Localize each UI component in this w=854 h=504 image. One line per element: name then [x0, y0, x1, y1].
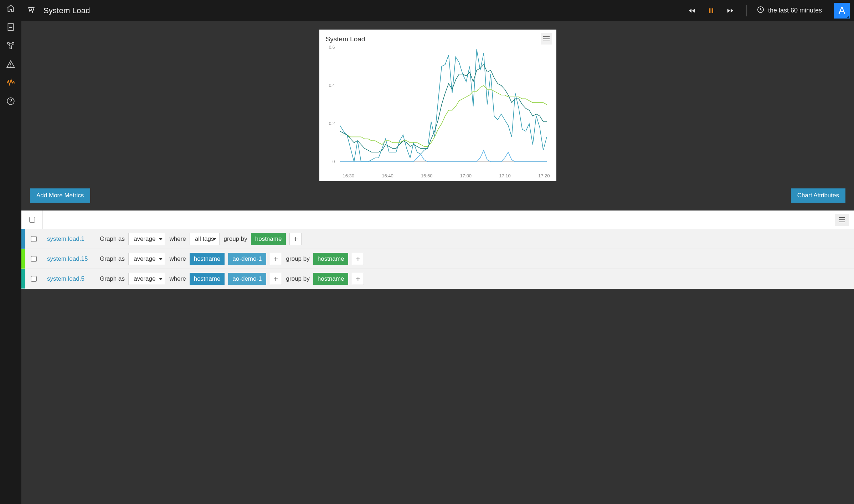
add-group-by-button[interactable]: +	[289, 233, 302, 245]
filter-tag-value[interactable]: ao-demo-1	[228, 253, 266, 265]
x-tick: 16:50	[421, 173, 433, 178]
x-tick: 16:40	[382, 173, 393, 178]
metric-row: system.load.5 Graph as average where hos…	[21, 269, 854, 289]
series-color-stripe	[21, 269, 25, 289]
chart-attributes-button[interactable]: Chart Attributes	[791, 188, 845, 203]
filter-tag-key[interactable]: hostname	[190, 253, 225, 265]
metrics-menu-button[interactable]	[835, 214, 849, 226]
metric-row: system.load.1 Graph as average where all…	[21, 229, 854, 249]
x-tick: 16:30	[343, 173, 355, 178]
chart-type-icon	[26, 6, 36, 16]
select-all-checkbox[interactable]	[29, 217, 35, 223]
group-by-label: group by	[224, 235, 247, 243]
x-tick: 17:00	[460, 173, 472, 178]
clock-icon	[757, 6, 765, 15]
group-by-tag[interactable]: hostname	[313, 273, 349, 285]
metric-name-link[interactable]: system.load.15	[47, 255, 88, 262]
nav-nodes-icon[interactable]	[6, 41, 16, 51]
add-filter-button[interactable]: +	[270, 253, 282, 265]
metrics-list: system.load.1 Graph as average where all…	[21, 211, 854, 289]
metric-name-link[interactable]: system.load.1	[47, 235, 84, 242]
aggregate-select[interactable]: average	[128, 273, 165, 285]
graph-as-label: Graph as	[100, 275, 125, 282]
where-label: where	[169, 235, 186, 243]
nav-document-icon[interactable]	[6, 22, 16, 32]
graph-as-label: Graph as	[100, 255, 125, 263]
metric-name-link[interactable]: system.load.5	[47, 275, 84, 282]
rewind-button[interactable]	[686, 5, 698, 17]
svg-rect-5	[709, 8, 710, 13]
chart-card: System Load 00.20.40.6 16:3016:4016:5017…	[319, 30, 556, 181]
y-tick: 0.4	[329, 83, 335, 88]
series-color-stripe	[21, 229, 25, 249]
metric-row-checkbox[interactable]	[31, 276, 37, 282]
time-range-selector[interactable]: the last 60 minutes	[757, 6, 822, 15]
avatar-initial: A	[838, 5, 845, 17]
nav-home-icon[interactable]	[6, 4, 16, 14]
group-by-label: group by	[286, 275, 310, 282]
pause-button[interactable]	[705, 5, 717, 17]
svg-rect-0	[8, 24, 13, 31]
add-more-metrics-button[interactable]: Add More Metrics	[30, 188, 90, 203]
add-group-by-button[interactable]: +	[352, 253, 364, 265]
nav-help-icon[interactable]	[6, 96, 16, 106]
aggregate-select[interactable]: average	[128, 233, 165, 245]
metric-row-checkbox[interactable]	[31, 236, 37, 242]
user-avatar[interactable]: A	[834, 3, 850, 19]
add-filter-button[interactable]: +	[270, 273, 282, 285]
where-label: where	[169, 275, 186, 282]
metric-row-checkbox[interactable]	[31, 256, 37, 262]
group-by-tag[interactable]: hostname	[313, 253, 349, 265]
chart-title: System Load	[326, 35, 550, 43]
where-label: where	[169, 255, 186, 263]
metric-row: system.load.15 Graph as average where ho…	[21, 249, 854, 269]
topbar: System Load the last 60 minutes A	[21, 0, 854, 21]
x-tick: 17:20	[538, 173, 550, 178]
y-tick: 0	[333, 159, 335, 164]
add-group-by-button[interactable]: +	[352, 273, 364, 285]
sidebar	[0, 0, 21, 504]
svg-point-1	[7, 42, 9, 44]
nav-metrics-icon[interactable]	[6, 78, 16, 88]
y-tick: 0.6	[329, 45, 335, 50]
svg-rect-6	[712, 8, 713, 13]
where-all-tags-select[interactable]: all tags	[190, 233, 220, 245]
graph-as-label: Graph as	[100, 235, 125, 243]
chart-plot: 00.20.40.6 16:3016:4016:5017:0017:1017:2…	[326, 45, 550, 178]
series-color-stripe	[21, 249, 25, 269]
svg-point-2	[12, 42, 14, 44]
forward-button[interactable]	[724, 5, 736, 17]
nav-alert-icon[interactable]	[6, 59, 16, 69]
x-tick: 17:10	[499, 173, 511, 178]
group-by-label: group by	[286, 255, 310, 263]
page-title: System Load	[43, 6, 90, 15]
time-range-label: the last 60 minutes	[768, 7, 822, 14]
chart-menu-button[interactable]	[541, 33, 552, 45]
filter-tag-value[interactable]: ao-demo-1	[228, 273, 266, 285]
filter-tag-key[interactable]: hostname	[190, 273, 225, 285]
aggregate-select[interactable]: average	[128, 253, 165, 265]
y-tick: 0.2	[329, 121, 335, 126]
group-by-tag[interactable]: hostname	[251, 233, 286, 245]
